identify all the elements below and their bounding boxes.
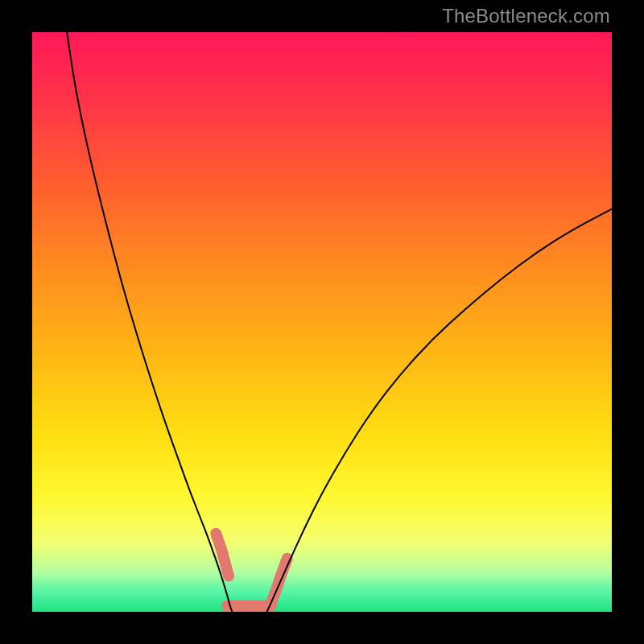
plot-area [32,32,612,612]
watermark-label: TheBottleneck.com [442,5,610,27]
left-curve [67,32,232,612]
curves-layer [32,32,612,612]
chart-frame: TheBottleneck.com [0,0,644,644]
right-curve [267,209,612,612]
svg-line-2 [223,555,229,576]
